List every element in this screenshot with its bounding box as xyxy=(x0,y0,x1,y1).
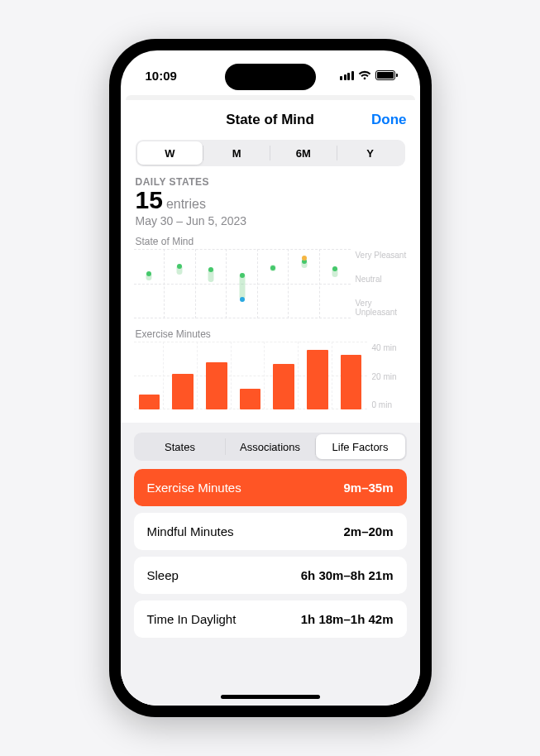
bar-sun: Sun xyxy=(303,342,332,409)
bar-mon: Mon xyxy=(337,342,366,409)
life-factor-value: 2m–20m xyxy=(343,524,393,538)
bar-thu: Thu xyxy=(203,342,232,409)
life-factor-name: Mindful Minutes xyxy=(147,524,234,538)
ex-axis-20: 20 min xyxy=(372,372,407,381)
ex-axis-40: 40 min xyxy=(372,343,407,352)
life-factor-row[interactable]: Time In Daylight1h 18m–1h 42m xyxy=(134,600,407,638)
life-factor-value: 9m–35m xyxy=(343,481,393,495)
home-indicator[interactable] xyxy=(221,695,320,699)
ex-axis-0: 0 min xyxy=(372,400,407,409)
page-title: State of Mind xyxy=(226,112,314,128)
entries-unit: entries xyxy=(166,197,206,212)
modal-sheet: State of Mind Done W M 6M Y DAILY STATES… xyxy=(121,100,420,706)
life-factor-name: Time In Daylight xyxy=(147,612,237,626)
time-range-segmented-control[interactable]: W M 6M Y xyxy=(136,140,405,166)
iphone-frame: 10:09 State of Mind Done W xyxy=(109,39,432,717)
bar-sat: Sat xyxy=(270,342,299,409)
life-factor-value: 6h 30m–8h 21m xyxy=(301,568,394,582)
section-label: DAILY STATES xyxy=(136,176,405,188)
life-factor-row[interactable]: Exercise Minutes9m–35m xyxy=(134,469,407,506)
life-factors-list: Exercise Minutes9m–35mMindful Minutes2m–… xyxy=(134,469,407,638)
view-segmented-control[interactable]: States Associations Life Factors xyxy=(134,433,407,461)
done-button[interactable]: Done xyxy=(371,112,407,128)
som-axis-mid: Neutral xyxy=(356,275,407,284)
battery-icon xyxy=(375,70,395,80)
segment-month[interactable]: M xyxy=(203,141,270,165)
som-axis-top: Very Pleasant xyxy=(356,251,407,260)
segment-6month[interactable]: 6M xyxy=(270,141,337,165)
segment-life-factors[interactable]: Life Factors xyxy=(316,434,405,459)
dynamic-island xyxy=(225,64,316,90)
life-factor-name: Exercise Minutes xyxy=(147,481,241,495)
som-axis-bottom: Very Unpleasant xyxy=(356,299,407,317)
cellular-icon xyxy=(340,71,354,80)
bar-wed: Wed xyxy=(169,342,198,409)
date-range: May 30 – Jun 5, 2023 xyxy=(136,214,405,227)
life-factor-value: 1h 18m–1h 42m xyxy=(301,612,394,626)
status-time: 10:09 xyxy=(146,69,177,83)
segment-states[interactable]: States xyxy=(136,434,225,459)
state-of-mind-chart xyxy=(134,249,351,318)
bar-tue: Tue xyxy=(136,342,165,409)
bar-fri: Fri xyxy=(237,342,265,409)
life-factor-row[interactable]: Mindful Minutes2m–20m xyxy=(134,513,407,550)
life-factor-name: Sleep xyxy=(147,568,179,582)
exercise-chart-title: Exercise Minutes xyxy=(136,328,405,340)
segment-year[interactable]: Y xyxy=(337,141,404,165)
segment-associations[interactable]: Associations xyxy=(226,434,315,459)
screen: 10:09 State of Mind Done W xyxy=(121,50,420,706)
wifi-icon xyxy=(358,70,371,80)
som-chart-title: State of Mind xyxy=(136,236,405,247)
entries-number: 15 xyxy=(136,188,163,213)
segment-week[interactable]: W xyxy=(137,141,203,165)
entries-count: 15 entries xyxy=(136,188,405,213)
nav-bar: State of Mind Done xyxy=(121,100,420,136)
life-factor-row[interactable]: Sleep6h 30m–8h 21m xyxy=(134,557,407,594)
exercise-minutes-chart: TueWedThuFriSatSunMon xyxy=(134,342,367,409)
